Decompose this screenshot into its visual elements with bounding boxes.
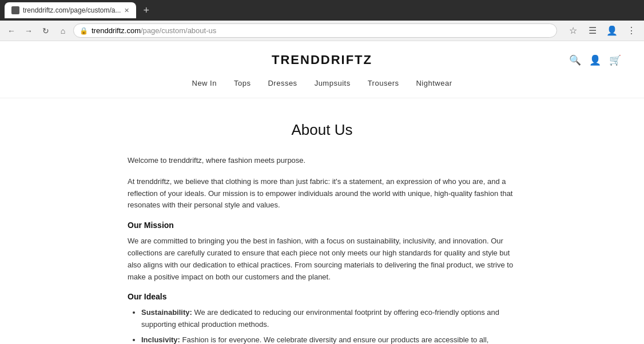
tab-title: trenddriftz.com/page/custom/a... [23,6,121,14]
url-path: /page/custom/about-us [141,26,216,35]
ideal-inclusivity-text: Fashion is for everyone. We celebrate di… [141,335,488,344]
search-icon[interactable]: 🔍 [569,54,581,66]
page: TRENDDRIFTZ 🔍 👤 🛒 New In Tops Dresses Ju… [0,41,644,344]
new-tab-button[interactable]: + [140,5,153,17]
page-title: About Us [128,121,516,139]
extensions-button[interactable]: ☰ [585,23,601,39]
main-content: About Us Welcome to trenddriftz, where f… [116,98,528,344]
site-title: TRENDDRIFTZ [272,53,372,67]
ideal-inclusivity-label: Inclusivity: [141,335,180,344]
mission-text: We are committed to bringing you the bes… [128,235,516,283]
nav-item-trousers[interactable]: Trousers [368,79,399,87]
tab-favicon [11,6,19,14]
ideal-inclusivity: Inclusivity: Fashion is for everyone. We… [141,334,516,344]
url-domain: trenddriftz.com [92,26,141,35]
nav-item-nightwear[interactable]: Nightwear [416,79,452,87]
back-button[interactable]: ← [5,24,18,38]
ideal-sustainability-text: We are dedicated to reducing our environ… [141,308,499,329]
ideals-heading: Our Ideals [128,292,516,301]
header-top: TRENDDRIFTZ 🔍 👤 🛒 [23,53,621,67]
account-icon[interactable]: 👤 [589,54,601,66]
site-header: TRENDDRIFTZ 🔍 👤 🛒 New In Tops Dresses Ju… [0,41,644,98]
nav-item-jumpsuits[interactable]: Jumpsuits [315,79,351,87]
mission-heading: Our Mission [128,221,516,230]
secure-icon: 🔒 [79,27,88,35]
browser-tab[interactable]: trenddriftz.com/page/custom/a... ✕ [5,2,136,18]
cart-icon[interactable]: 🛒 [609,54,621,66]
browser-actions: ☆ ☰ 👤 ⋮ [565,23,639,39]
header-icons: 🔍 👤 🛒 [569,54,621,66]
home-button[interactable]: ⌂ [56,24,70,38]
tab-close-button[interactable]: ✕ [124,7,129,14]
address-url: trenddriftz.com/page/custom/about-us [92,26,216,35]
profile-button[interactable]: 👤 [604,23,620,39]
nav-item-tops[interactable]: Tops [234,79,251,87]
reload-button[interactable]: ↻ [39,24,53,38]
address-bar[interactable]: 🔒 trenddriftz.com/page/custom/about-us [73,23,557,38]
ideal-sustainability-label: Sustainability: [141,308,192,317]
intro-text-1: Welcome to trenddriftz, where fashion me… [128,155,516,167]
site-nav: New In Tops Dresses Jumpsuits Trousers N… [192,74,452,92]
ideals-list: Sustainability: We are dedicated to redu… [128,307,516,344]
forward-button[interactable]: → [22,24,35,38]
nav-item-dresses[interactable]: Dresses [268,79,297,87]
ideal-sustainability: Sustainability: We are dedicated to redu… [141,307,516,331]
nav-item-new-in[interactable]: New In [192,79,217,87]
menu-button[interactable]: ⋮ [623,23,639,39]
browser-chrome: trenddriftz.com/page/custom/a... ✕ + [0,0,644,21]
intro-text-2: At trenddriftz, we believe that clothing… [128,176,516,211]
bookmark-button[interactable]: ☆ [565,23,581,39]
browser-controls: ← → ↻ ⌂ 🔒 trenddriftz.com/page/custom/ab… [0,21,644,41]
